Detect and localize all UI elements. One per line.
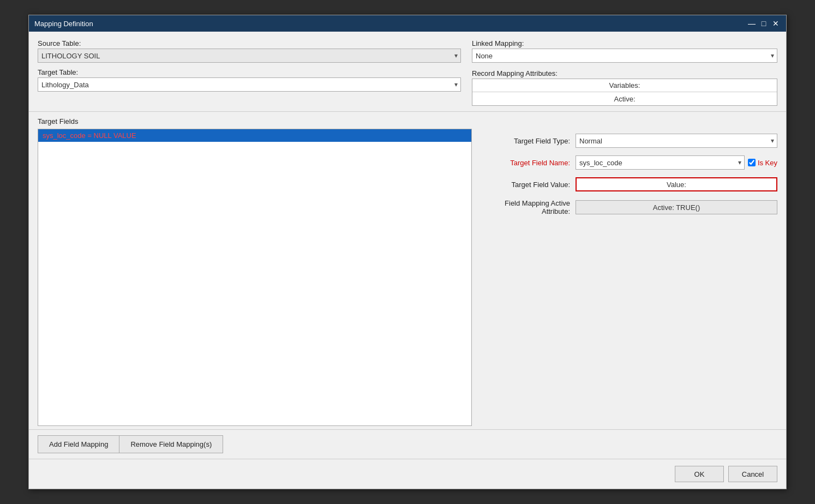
add-field-mapping-button[interactable]: Add Field Mapping xyxy=(38,435,119,453)
target-field-value-label: Target Field Value: xyxy=(483,181,570,189)
source-table-wrapper: LITHOLOGY SOIL xyxy=(38,49,461,63)
remove-field-mapping-button[interactable]: Remove Field Mapping(s) xyxy=(119,435,223,453)
minimize-button[interactable]: — xyxy=(747,19,757,28)
list-item[interactable]: sys_loc_code = NULL VALUE xyxy=(38,129,471,142)
field-mapping-buttons-bar: Add Field Mapping Remove Field Mapping(s… xyxy=(29,429,786,459)
is-key-label: Is Key xyxy=(758,159,777,167)
record-mapping-table: Variables: Active: xyxy=(472,79,777,106)
target-field-value-row: Target Field Value: xyxy=(483,177,777,191)
target-table-wrapper: Lithology_Data xyxy=(38,77,461,92)
target-field-name-label: Target Field Name: xyxy=(483,159,570,167)
linked-mapping-select[interactable]: None xyxy=(472,49,777,63)
linked-mapping-group: Linked Mapping: None xyxy=(472,39,777,63)
top-section: Source Table: LITHOLOGY SOIL Target Tabl… xyxy=(29,32,786,112)
target-fields-panel: Target Fields sys_loc_code = NULL VALUE xyxy=(38,117,472,426)
rma-active-row: Active: xyxy=(472,92,777,105)
target-field-type-select-wrapper: Normal xyxy=(576,134,777,148)
is-key-checkbox[interactable] xyxy=(748,159,756,166)
source-table-label: Source Table: xyxy=(38,39,461,47)
mapping-definition-window: Mapping Definition — □ ✕ Source Table: L… xyxy=(28,15,787,489)
target-field-name-select-wrapper: sys_loc_code xyxy=(576,155,745,170)
source-table-group: Source Table: LITHOLOGY SOIL xyxy=(38,39,461,63)
field-mapping-active-button[interactable]: Active: TRUE() xyxy=(576,200,777,214)
title-bar: Mapping Definition — □ ✕ xyxy=(29,15,786,32)
record-mapping-label: Record Mapping Attributes: xyxy=(472,69,777,77)
title-bar-controls: — □ ✕ xyxy=(747,19,781,28)
top-left-panel: Source Table: LITHOLOGY SOIL Target Tabl… xyxy=(38,39,461,106)
close-button[interactable]: ✕ xyxy=(771,19,781,28)
target-field-name-row: Target Field Name: sys_loc_code Is Key xyxy=(483,155,777,170)
linked-mapping-wrapper: None xyxy=(472,49,777,63)
field-mapping-active-wrapper: Active: TRUE() xyxy=(576,200,777,214)
field-mapping-active-label: Field Mapping Active Attribute: xyxy=(483,199,570,215)
target-table-label: Target Table: xyxy=(38,68,461,76)
record-mapping-group: Record Mapping Attributes: Variables: Ac… xyxy=(472,69,777,106)
target-field-value-wrapper xyxy=(576,177,777,191)
target-field-name-select[interactable]: sys_loc_code xyxy=(576,155,745,170)
rma-active-header: Active: xyxy=(472,94,777,104)
target-field-name-controls: sys_loc_code Is Key xyxy=(576,155,777,170)
target-field-value-input[interactable] xyxy=(576,177,777,191)
target-field-type-wrapper: Normal xyxy=(576,134,777,148)
top-right-panel: Linked Mapping: None Record Mapping Attr… xyxy=(472,39,777,106)
target-table-select[interactable]: Lithology_Data xyxy=(38,77,461,92)
cancel-button[interactable]: Cancel xyxy=(728,466,777,482)
rma-header-row: Variables: xyxy=(472,79,777,92)
footer: OK Cancel xyxy=(29,459,786,489)
field-mapping-active-row: Field Mapping Active Attribute: Active: … xyxy=(483,199,777,215)
rma-variables-header: Variables: xyxy=(472,80,777,91)
source-table-select[interactable]: LITHOLOGY SOIL xyxy=(38,49,461,63)
target-field-type-label: Target Field Type: xyxy=(483,137,570,145)
maximize-button[interactable]: □ xyxy=(759,19,769,28)
target-table-group: Target Table: Lithology_Data xyxy=(38,68,461,92)
target-fields-list[interactable]: sys_loc_code = NULL VALUE xyxy=(38,129,472,426)
target-field-type-select[interactable]: Normal xyxy=(576,134,777,148)
target-fields-title: Target Fields xyxy=(38,117,472,125)
is-key-wrapper: Is Key xyxy=(748,159,777,167)
ok-button[interactable]: OK xyxy=(675,466,724,482)
linked-mapping-label: Linked Mapping: xyxy=(472,39,777,47)
field-mapping-panel: Target Field Type: Normal Target Field N… xyxy=(483,117,777,426)
window-title: Mapping Definition xyxy=(34,20,93,28)
middle-section: Target Fields sys_loc_code = NULL VALUE … xyxy=(29,112,786,426)
window-content: Source Table: LITHOLOGY SOIL Target Tabl… xyxy=(29,32,786,489)
target-field-type-row: Target Field Type: Normal xyxy=(483,134,777,148)
